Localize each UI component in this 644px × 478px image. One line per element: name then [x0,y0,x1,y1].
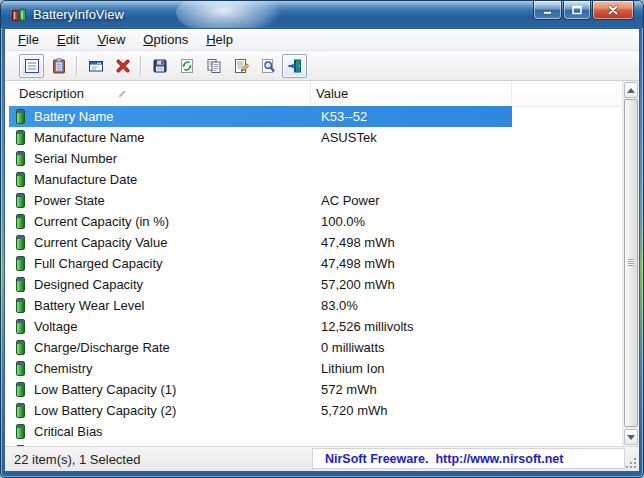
glass-reflection [176,1,281,28]
table-row[interactable]: Battery NameK53--52 [5,106,622,127]
row-description: Full Charged Capacity [25,256,316,271]
status-bar: 22 item(s), 1 Selected NirSoft Freeware.… [5,446,639,471]
menu-help[interactable]: Help [197,30,242,49]
close-button[interactable] [592,1,634,20]
delete-x-icon [115,58,131,74]
menu-file[interactable]: File [9,30,48,49]
table-row[interactable]: Full Charged Capacity47,498 mWh [5,253,622,274]
save-report-button[interactable] [147,54,172,78]
table-row[interactable]: Manufacture Date [5,169,622,190]
row-description: Current Capacity Value [25,235,316,250]
column-header-description-label: Description [19,86,84,101]
row-value: 5,720 mWh [316,403,387,418]
row-description: Low Battery Capacity (1) [25,382,316,397]
exit-door-icon [287,58,303,74]
battery-icon [16,214,25,229]
properties-button[interactable] [228,54,253,78]
advanced-options-button[interactable] [255,54,280,78]
window-title: BatteryInfoView [33,7,124,22]
column-header-description[interactable]: Description [5,81,311,106]
row-description: Power State [25,193,316,208]
batteryinfoview-window: BatteryInfoView FileEdit [0,0,644,478]
table-row[interactable]: Voltage12,526 millivolts [5,316,622,337]
exit-button[interactable] [282,54,307,78]
toolbar-separator [76,56,78,76]
battery-icon [16,277,25,292]
title-bar[interactable]: BatteryInfoView [1,1,643,28]
battery-icon [16,130,25,145]
minimize-button[interactable] [533,1,562,20]
row-description: Manufacture Name [25,130,316,145]
battery-icon [16,382,25,397]
table-row[interactable]: Low Battery Capacity (1)572 mWh [5,379,622,400]
table-row[interactable]: Manufacture NameASUSTek [5,127,622,148]
scrollbar-thumb[interactable] [624,99,638,427]
row-value: Lithium Ion [316,361,385,376]
row-description: Manufacture Date [25,172,316,187]
row-value: ASUSTek [316,130,377,145]
table-row[interactable]: Current Capacity Value47,498 mWh [5,232,622,253]
table-row[interactable]: Serial Number [5,148,622,169]
scroll-down-arrow-icon [627,435,635,440]
table-row[interactable]: Battery Wear Level83.0% [5,295,622,316]
menu-view[interactable]: View [88,30,134,49]
battery-icon [16,403,25,418]
save-floppy-icon [152,58,168,74]
minimize-icon [540,2,556,18]
list-header: Description Value [5,81,639,107]
resize-grip[interactable] [634,466,636,468]
battery-icon [16,424,25,439]
status-items-panel: 22 item(s), 1 Selected [5,447,312,471]
report-view-icon [24,58,40,74]
battery-icon [16,256,25,271]
nirsoft-branding-link[interactable]: NirSoft Freeware. http://www.nirsoft.net [325,452,563,466]
column-header-value[interactable]: Value [311,81,512,106]
row-description: Designed Capacity [25,277,316,292]
app-icon [11,7,27,23]
battery-icon [16,193,25,208]
battery-icon [16,172,25,187]
row-value: 572 mWh [316,382,377,397]
copy-icon [206,58,222,74]
battery-icon [16,109,25,124]
table-row[interactable]: Low Battery Capacity (2)5,720 mWh [5,400,622,421]
column-header-value-label: Value [316,86,348,101]
refresh-button[interactable] [174,54,199,78]
row-description: Battery Name [25,109,316,124]
row-value: 100.0% [316,214,365,229]
copy-selected-button[interactable] [201,54,226,78]
menu-edit[interactable]: Edit [48,30,88,49]
choose-columns-button[interactable] [83,54,108,78]
scroll-down-button[interactable] [624,429,638,445]
battery-icon [16,298,25,313]
scroll-up-arrow-icon [627,88,635,93]
row-description: Critical Bias [25,424,316,439]
row-description: Current Capacity (in %) [25,214,316,229]
battery-info-view-button[interactable] [19,54,44,78]
maximize-button[interactable] [563,1,591,20]
battery-icon [16,235,25,250]
status-branding-panel: NirSoft Freeware. http://www.nirsoft.net [312,448,625,469]
table-row[interactable]: ChemistryLithium Ion [5,358,622,379]
row-value: 0 milliwatts [316,340,385,355]
status-items-text: 22 item(s), 1 Selected [14,452,140,467]
table-row[interactable]: Current Capacity (in %)100.0% [5,211,622,232]
scroll-up-button[interactable] [624,82,638,98]
row-value: 47,498 mWh [316,256,395,271]
menu-bar: FileEditViewOptionsHelp [5,29,639,51]
maximize-icon [569,2,585,18]
refresh-icon [179,58,195,74]
table-row[interactable]: Charge/Discharge Rate0 milliwatts [5,337,622,358]
client-area: FileEditViewOptionsHelp [4,28,640,472]
battery-icon [16,151,25,166]
table-row[interactable]: Critical Bias [5,421,622,442]
table-row[interactable]: Designed Capacity57,200 mWh [5,274,622,295]
toolbar [5,51,639,81]
menu-options[interactable]: Options [134,30,197,49]
table-row[interactable]: Power StateAC Power [5,190,622,211]
delete-button[interactable] [110,54,135,78]
battery-icon [16,319,25,334]
row-value: K53--52 [316,109,367,124]
battery-log-view-button[interactable] [46,54,71,78]
vertical-scrollbar[interactable] [622,81,639,446]
